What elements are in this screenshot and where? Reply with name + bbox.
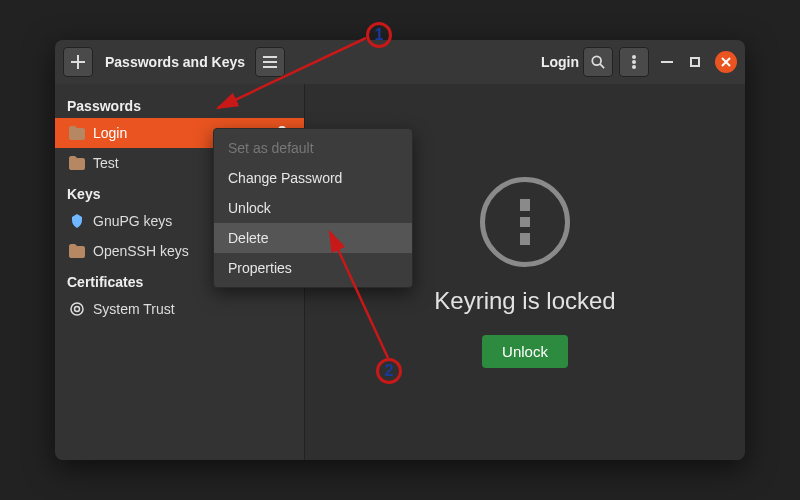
sidebar-item-label: Test [93, 155, 119, 171]
folder-icon [69, 125, 85, 141]
kebab-icon [632, 55, 636, 69]
menu-button[interactable] [619, 47, 649, 77]
new-item-button[interactable] [63, 47, 93, 77]
keyring-status-text: Keyring is locked [434, 287, 615, 315]
svg-point-6 [75, 307, 80, 312]
section-header-passwords: Passwords [55, 90, 304, 118]
unlock-button[interactable]: Unlock [482, 335, 568, 368]
view-list-button[interactable] [255, 47, 285, 77]
menu-item-delete[interactable]: Delete [214, 223, 412, 253]
svg-point-4 [632, 65, 636, 69]
sidebar-item-system-trust[interactable]: System Trust [55, 294, 304, 324]
close-icon [721, 57, 731, 67]
sidebar-item-label: OpenSSH keys [93, 243, 189, 259]
keyring-locked-icon [480, 177, 570, 267]
sidebar-item-label: System Trust [93, 301, 175, 317]
svg-line-1 [600, 64, 604, 68]
search-icon [591, 55, 605, 69]
gear-icon [69, 301, 85, 317]
app-title: Passwords and Keys [105, 54, 245, 70]
minimize-icon [661, 61, 673, 63]
menu-item-change-password[interactable]: Change Password [214, 163, 412, 193]
svg-point-3 [632, 60, 636, 64]
context-menu: Set as default Change Password Unlock De… [213, 128, 413, 288]
menu-item-properties[interactable]: Properties [214, 253, 412, 283]
list-icon [263, 56, 277, 68]
window-maximize-button[interactable] [687, 54, 703, 70]
folder-icon [69, 243, 85, 259]
titlebar: Passwords and Keys Login [55, 40, 745, 84]
maximize-icon [690, 57, 700, 67]
sidebar-item-label: Login [93, 125, 127, 141]
context-title: Login [541, 54, 579, 70]
plus-icon [71, 55, 85, 69]
sidebar-item-label: GnuPG keys [93, 213, 172, 229]
window-close-button[interactable] [715, 51, 737, 73]
menu-item-set-default: Set as default [214, 133, 412, 163]
menu-item-unlock[interactable]: Unlock [214, 193, 412, 223]
svg-point-0 [592, 56, 601, 65]
search-button[interactable] [583, 47, 613, 77]
svg-point-5 [71, 303, 83, 315]
window-minimize-button[interactable] [659, 54, 675, 70]
gnupg-icon [69, 213, 85, 229]
folder-icon [69, 155, 85, 171]
svg-point-2 [632, 55, 636, 59]
